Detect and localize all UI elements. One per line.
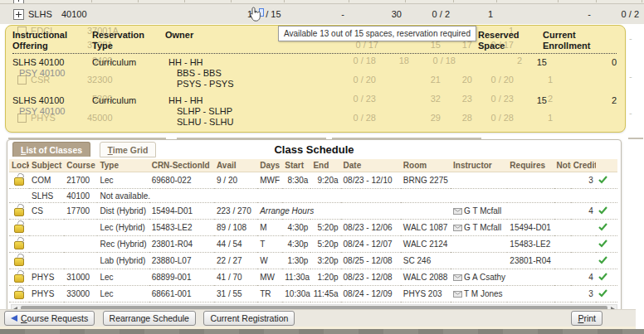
offering-value: 1 [443,4,493,24]
offering-subject: SLHS [28,4,52,24]
col-type: Type [97,159,149,172]
class-row-cs-lab[interactable]: Lab (Hybrid) 23880-L07 22 / 27 W 1:30p 3… [9,253,617,269]
class-row-cs-rec[interactable]: Rec (Hybrid) 23801-R04 44 / 54 T 4:30p 5… [9,236,617,253]
col-end: End [310,159,340,172]
arrange-hours-text: Arrange Hours [257,203,451,220]
col-start: Start [282,159,310,172]
col-header-current-enrollment: Current Enrollment [543,30,590,51]
col-assigned [596,159,617,172]
col-avail: Avail [214,159,257,172]
panel-title: Class Schedule [7,143,621,156]
reservation-owner: HH - HH [168,95,203,105]
hand-cursor-icon [250,7,262,26]
class-schedule-panel: List of Classes Time Grid Class Schedule… [7,139,622,334]
lock-open-icon[interactable] [14,274,24,283]
col-course: Course [64,159,97,172]
reservation-owner: SLHP - SLHP [177,106,232,116]
course-requests-button[interactable]: Course Requests [4,311,95,326]
col-header-reserved-space: Reserved Space [478,30,520,51]
offering-value: 0 / 2 [589,4,639,24]
lock-open-icon[interactable] [14,241,24,249]
mail-icon [453,273,462,283]
faded-cell-value: - [629,33,632,43]
reservation-owner: SLHU - SLHU [177,117,233,127]
faded-cell-value: - [629,71,632,81]
rearrange-schedule-button[interactable]: Rearrange Schedule [103,311,196,326]
dimmed-background-row [0,329,644,334]
lock-open-icon[interactable] [14,208,24,216]
reservation-owner: HH - HH [168,57,203,67]
mail-icon [453,290,462,299]
reservation-offering: SLHS 40100 [12,95,64,105]
lock-open-icon[interactable] [14,291,24,299]
faded-cell-value: - [629,108,632,118]
reservation-crosslist: PSY 40100 [19,106,65,116]
table-header-row: Lock Subject Course Type CRN-SectionId A… [9,159,617,172]
col-header-reservation-type: Reservation Type [92,30,144,51]
current-registration-button[interactable]: Current Registration [203,311,295,326]
assigned-check-icon [598,273,607,281]
reservation-owner: PSYS - PSYS [177,79,233,89]
assigned-check-icon [598,240,607,248]
class-row-com-21700[interactable]: COM 21700 Lec 69680-022 9 / 20 MWF 8:30a… [9,172,617,189]
lock-open-icon[interactable] [14,225,24,233]
class-row-cs-lec[interactable]: Lec (Hybrid) 15483-LE2 89 / 108 M 4:30p … [9,220,617,236]
class-row-slhs-unavailable[interactable]: SLHS 40100 Not available. [9,189,617,203]
offerings-row-slhs[interactable]: SLHS 40100 13 / 15 - 30 0 / 2 1 - 0 / 2 [0,4,644,24]
back-arrow-icon [11,315,17,322]
offering-value: 0 / 2 [400,4,450,24]
assigned-check-icon [598,223,607,231]
reservation-type: Curriculum [92,95,136,105]
avail-total: / 15 [266,4,281,24]
reservation-offering: SLHS 40100 [12,57,64,67]
assigned-check-icon [598,176,607,184]
col-days: Days [257,159,282,172]
class-schedule-table: Lock Subject Course Type CRN-SectionId A… [9,159,617,303]
col-date: Date [341,159,401,172]
col-instructor: Instructor [451,159,507,172]
lock-open-icon[interactable] [14,177,24,186]
print-button[interactable]: Print [571,311,603,326]
offering-value: - [541,4,591,24]
offerings-table: SLHS 40100 13 / 15 - 30 0 / 2 1 - 0 / 2 [0,0,644,24]
class-row-phys-31000[interactable]: PHYS 31000 Lec 68899-001 41 / 70 MW 11:3… [9,269,617,286]
class-row-cs-17700[interactable]: CS 17700 Dist (Hybrid) 15494-D01 223 / 2… [9,203,617,220]
current-enrollment-value: 2 [567,95,617,105]
screen: SLHS 40100 13 / 15 - 30 0 / 2 1 - 0 / 2 … [0,0,644,334]
col-credit: Credit [571,159,596,172]
availability-tooltip: Available 13 out of 15 spaces, reservati… [278,26,476,41]
mail-icon [453,224,462,233]
background-divider [628,138,643,139]
offering-value: 30 [352,4,402,24]
offering-course: 40100 [61,4,87,24]
assigned-check-icon [598,206,607,215]
mail-icon [453,207,462,216]
class-row-phys-33000[interactable]: PHYS 33000 Lec 68661-001 31 / 55 TR 10:3… [9,286,617,303]
tab-bar: List of Classes Time Grid Class Schedule [7,140,621,159]
action-bar: Course Requests Rearrange Schedule Curre… [0,309,636,327]
reservation-owner: BBS - BBS [177,68,222,78]
col-header-owner: Owner [165,30,193,41]
assigned-check-icon [598,289,607,298]
col-header-instructional-offering: Instructional Offering [12,30,67,51]
lock-open-icon[interactable] [14,258,24,266]
reservation-crosslist: PSY 40100 [19,68,65,78]
col-lock: Lock [9,159,29,172]
col-subject: Subject [29,159,64,172]
reserved-space-value: 15 [497,95,547,105]
not-available-text: Not available. [97,189,595,203]
reserved-space-value: 15 [497,57,547,67]
expand-icon[interactable] [13,9,24,20]
assigned-check-icon [598,256,607,264]
offering-value: - [295,4,344,24]
col-note: Note [554,159,571,172]
col-crn-sectionid: CRN-SectionId [149,159,214,172]
col-requires: Requires [507,159,554,172]
reservation-type: Curriculum [92,57,136,67]
header-divider [12,53,617,54]
col-room: Room [401,159,451,172]
current-enrollment-value: 0 [567,57,617,67]
